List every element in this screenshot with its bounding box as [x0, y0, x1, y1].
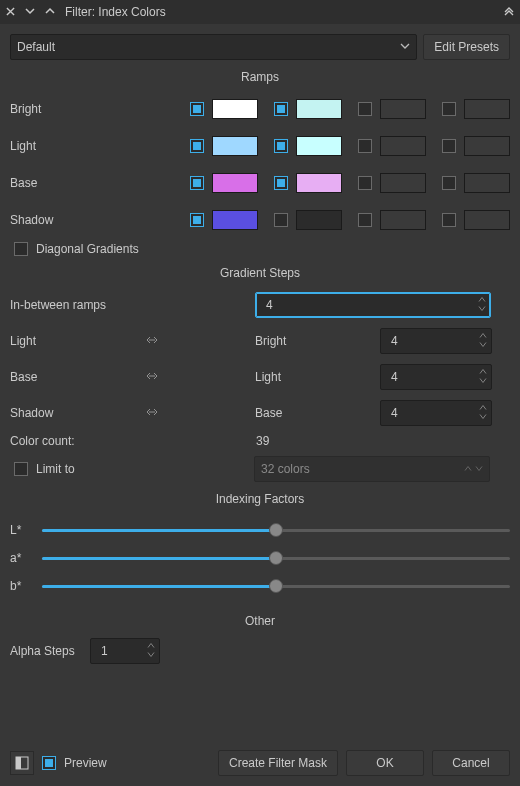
color-swatch[interactable] — [380, 173, 426, 193]
ramps-heading: Ramps — [10, 70, 510, 84]
link-icon — [145, 334, 159, 348]
indexing-factor-slider[interactable] — [42, 551, 510, 565]
ramp-color-checkbox[interactable] — [190, 213, 204, 227]
gradient-right-label: Bright — [255, 334, 380, 348]
spinner-arrows-icon — [147, 641, 155, 659]
indexing-factor-label: b* — [10, 579, 32, 593]
indexing-factor-label: L* — [10, 523, 32, 537]
color-count-label: Color count: — [10, 434, 256, 448]
ramp-row: Light — [10, 131, 510, 161]
indexing-factor-label: a* — [10, 551, 32, 565]
indexing-factors-heading: Indexing Factors — [10, 492, 510, 506]
ramp-color-checkbox[interactable] — [190, 176, 204, 190]
in-between-ramps-spinner[interactable]: 4 — [255, 292, 491, 318]
indexing-factor-slider[interactable] — [42, 523, 510, 537]
create-filter-mask-button[interactable]: Create Filter Mask — [218, 750, 338, 776]
ramp-color-checkbox[interactable] — [442, 139, 456, 153]
spinner-arrows-icon — [478, 295, 486, 313]
gradient-right-label: Base — [255, 406, 380, 420]
preset-select[interactable]: Default — [10, 34, 417, 60]
view-toggle-button[interactable] — [10, 751, 34, 775]
gradient-step-value: 4 — [391, 334, 398, 348]
ramp-label: Bright — [10, 102, 190, 116]
diagonal-gradients-checkbox[interactable] — [14, 242, 28, 256]
ramp-color-checkbox[interactable] — [442, 213, 456, 227]
color-count-value: 39 — [256, 434, 269, 448]
color-swatch[interactable] — [380, 210, 426, 230]
cancel-button[interactable]: Cancel — [432, 750, 510, 776]
gradient-left-label: Light — [10, 334, 36, 348]
indexing-factor-slider[interactable] — [42, 579, 510, 593]
chevron-down-icon — [400, 40, 410, 54]
limit-to-combo[interactable]: 32 colors — [254, 456, 490, 482]
spinner-arrows-icon — [479, 367, 487, 385]
alpha-steps-spinner[interactable]: 1 — [90, 638, 160, 664]
diagonal-gradients-label: Diagonal Gradients — [36, 242, 139, 256]
ramp-color-checkbox[interactable] — [358, 213, 372, 227]
preset-value: Default — [17, 40, 55, 54]
ramp-color-checkbox[interactable] — [190, 102, 204, 116]
ramp-color-checkbox[interactable] — [358, 139, 372, 153]
color-swatch[interactable] — [212, 210, 258, 230]
preview-label: Preview — [64, 756, 107, 770]
color-swatch[interactable] — [464, 210, 510, 230]
ramp-label: Shadow — [10, 213, 190, 227]
close-icon[interactable] — [6, 5, 15, 19]
gradient-step-spinner[interactable]: 4 — [380, 364, 492, 390]
ramp-color-checkbox[interactable] — [358, 176, 372, 190]
ramp-label: Base — [10, 176, 190, 190]
spinner-arrows-icon — [479, 403, 487, 421]
ramp-row: Base — [10, 168, 510, 198]
color-swatch[interactable] — [464, 173, 510, 193]
ok-button[interactable]: OK — [346, 750, 424, 776]
gradient-step-spinner[interactable]: 4 — [380, 400, 492, 426]
alpha-steps-label: Alpha Steps — [10, 644, 80, 658]
color-swatch[interactable] — [212, 99, 258, 119]
ramp-color-checkbox[interactable] — [442, 102, 456, 116]
spinner-arrows-icon — [464, 462, 483, 476]
link-icon — [145, 370, 159, 384]
gradient-right-label: Light — [255, 370, 380, 384]
edit-presets-button[interactable]: Edit Presets — [423, 34, 510, 60]
ramp-color-checkbox[interactable] — [274, 102, 288, 116]
gradient-left-label: Base — [10, 370, 37, 384]
color-swatch[interactable] — [212, 173, 258, 193]
spinner-arrows-icon — [479, 331, 487, 349]
chevron-up-icon[interactable] — [45, 5, 55, 19]
color-swatch[interactable] — [380, 136, 426, 156]
other-heading: Other — [10, 614, 510, 628]
window-title: Filter: Index Colors — [65, 5, 494, 19]
color-swatch[interactable] — [296, 210, 342, 230]
ramp-label: Light — [10, 139, 190, 153]
limit-to-label: Limit to — [36, 462, 246, 476]
color-swatch[interactable] — [296, 173, 342, 193]
color-swatch[interactable] — [464, 136, 510, 156]
gradient-step-value: 4 — [391, 370, 398, 384]
link-icon — [145, 406, 159, 420]
ramp-color-checkbox[interactable] — [274, 139, 288, 153]
gradient-steps-heading: Gradient Steps — [10, 266, 510, 280]
gradient-left-label: Shadow — [10, 406, 53, 420]
color-swatch[interactable] — [464, 99, 510, 119]
in-between-ramps-label: In-between ramps — [10, 298, 106, 312]
ramp-color-checkbox[interactable] — [274, 213, 288, 227]
color-swatch[interactable] — [296, 99, 342, 119]
color-swatch[interactable] — [296, 136, 342, 156]
ramp-row: Shadow — [10, 205, 510, 235]
svg-rect-1 — [16, 757, 21, 769]
limit-to-checkbox[interactable] — [14, 462, 28, 476]
gradient-step-value: 4 — [391, 406, 398, 420]
color-swatch[interactable] — [212, 136, 258, 156]
ramp-color-checkbox[interactable] — [274, 176, 288, 190]
ramp-color-checkbox[interactable] — [358, 102, 372, 116]
preview-checkbox[interactable] — [42, 756, 56, 770]
gradient-step-spinner[interactable]: 4 — [380, 328, 492, 354]
alpha-steps-value: 1 — [101, 644, 108, 658]
chevron-down-icon[interactable] — [25, 5, 35, 19]
in-between-ramps-value: 4 — [266, 298, 273, 312]
ramp-row: Bright — [10, 94, 510, 124]
collapse-icon[interactable] — [504, 5, 514, 19]
ramp-color-checkbox[interactable] — [190, 139, 204, 153]
ramp-color-checkbox[interactable] — [442, 176, 456, 190]
color-swatch[interactable] — [380, 99, 426, 119]
